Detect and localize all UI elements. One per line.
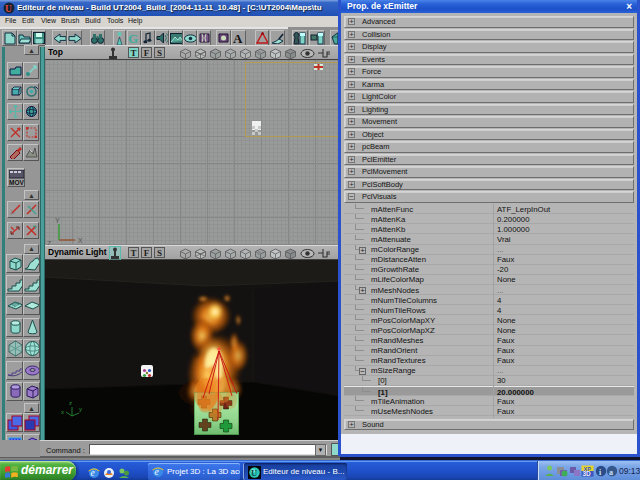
svg-text:U: U	[5, 4, 12, 14]
svg-text:MOV: MOV	[9, 179, 24, 186]
svg-text:x: x	[61, 409, 64, 415]
svg-text:XP: XP	[584, 466, 592, 472]
svg-text:a: a	[609, 468, 613, 477]
svg-text:z: z	[69, 400, 72, 406]
svg-text:y: y	[79, 406, 82, 412]
svg-text:G: G	[128, 32, 138, 44]
svg-text:Y: Y	[55, 217, 60, 224]
svg-text:U: U	[251, 468, 257, 478]
svg-text:X: X	[78, 237, 83, 244]
svg-text:A: A	[233, 32, 243, 44]
